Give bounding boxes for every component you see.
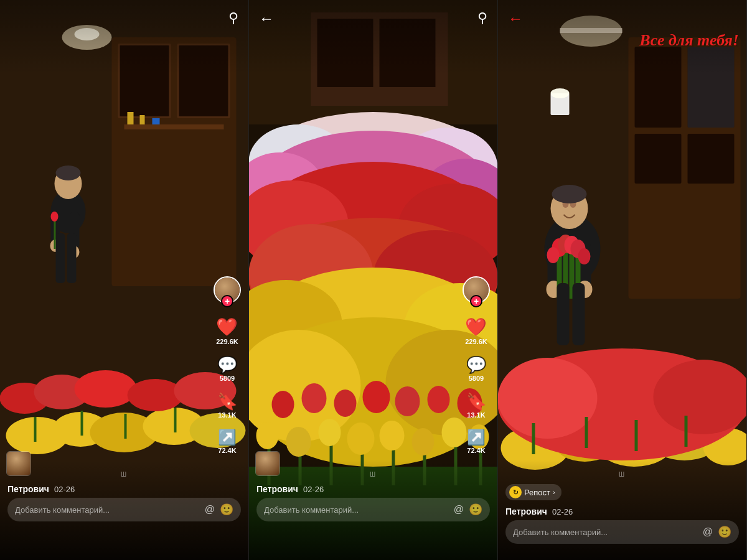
comment-input-2[interactable]: Добавить комментарий... @ 🙂 bbox=[256, 498, 490, 521]
thumbnail-strip-2[interactable] bbox=[255, 451, 280, 476]
bookmark-count-1: 13.1K bbox=[218, 411, 236, 419]
scroll-indicator-1: Ш bbox=[121, 471, 128, 478]
svg-point-70 bbox=[286, 427, 311, 457]
share-count-2: 72.4K bbox=[467, 447, 485, 454]
comment-input-1[interactable]: Добавить комментарий... @ 🙂 bbox=[7, 498, 241, 521]
bottom-bar-1: Петрович 02-26 Добавить комментарий... @… bbox=[0, 479, 248, 560]
comment-placeholder-2: Добавить комментарий... bbox=[264, 505, 449, 515]
svg-point-122 bbox=[498, 358, 598, 439]
repost-badge[interactable]: ↻ Репост › bbox=[505, 484, 561, 500]
svg-point-72 bbox=[347, 422, 375, 455]
date-3: 02-26 bbox=[552, 507, 573, 516]
svg-point-88 bbox=[551, 88, 570, 98]
username-row-2: Петрович 02-26 bbox=[256, 484, 490, 494]
svg-point-113 bbox=[578, 248, 591, 264]
repost-label: Репост bbox=[524, 488, 550, 497]
svg-rect-115 bbox=[573, 283, 585, 345]
top-gradient-2 bbox=[249, 0, 497, 75]
follow-plus-1[interactable]: + bbox=[221, 295, 233, 307]
svg-point-80 bbox=[363, 381, 390, 413]
at-icon-2[interactable]: @ bbox=[454, 504, 464, 515]
video-title-3: Все для тебя! bbox=[639, 31, 739, 50]
svg-point-14 bbox=[56, 166, 81, 180]
panel-3: Все для тебя! ← ↻ Репост › Петрович 02-2… bbox=[498, 0, 747, 560]
svg-rect-36 bbox=[174, 408, 177, 432]
like-count-1: 229.6K bbox=[216, 338, 238, 345]
creator-avatar-2[interactable]: + bbox=[463, 276, 490, 304]
share-count-1: 72.4K bbox=[218, 447, 236, 454]
emoji-icon-2[interactable]: 🙂 bbox=[469, 503, 482, 516]
repost-chevron: › bbox=[553, 488, 555, 496]
svg-point-99 bbox=[552, 185, 587, 203]
username-row-3: ↻ Репост › bbox=[505, 484, 739, 503]
panel-2: ← ⚲ + ❤️ 229.6K 💬 5809 🔖 13.1K ↗️ 72.4K bbox=[249, 0, 498, 560]
back-icon-3[interactable]: ← bbox=[508, 10, 523, 27]
svg-rect-114 bbox=[557, 283, 570, 345]
svg-point-81 bbox=[395, 386, 420, 416]
svg-rect-19 bbox=[56, 233, 65, 283]
bookmark-button-2[interactable]: 🔖 13.1K bbox=[466, 393, 486, 419]
svg-point-30 bbox=[75, 370, 137, 408]
share-button-1[interactable]: ↗️ 72.4K bbox=[218, 430, 237, 454]
comment-button-1[interactable]: 💬 5809 bbox=[217, 357, 237, 382]
at-icon-1[interactable]: @ bbox=[205, 504, 215, 515]
comment-count-1: 5809 bbox=[220, 375, 235, 382]
comment-placeholder-1: Добавить комментарий... bbox=[15, 505, 200, 515]
comment-count-2: 5809 bbox=[469, 375, 484, 382]
username-2: Петрович bbox=[256, 484, 298, 494]
bottom-bar-3: ↻ Репост › Петрович 02-26 Добавить комме… bbox=[498, 479, 746, 560]
username-1: Петрович bbox=[7, 484, 49, 494]
comment-button-2[interactable]: 💬 5809 bbox=[466, 357, 486, 382]
like-count-2: 229.6K bbox=[465, 338, 487, 345]
creator-avatar-1[interactable]: + bbox=[214, 276, 241, 304]
sidebar-icons-1: + ❤️ 229.6K 💬 5809 🔖 13.1K ↗️ 72.4K bbox=[214, 276, 241, 454]
svg-point-79 bbox=[334, 390, 357, 417]
svg-rect-9 bbox=[128, 112, 134, 124]
scroll-indicator-3: Ш bbox=[619, 471, 626, 478]
svg-rect-11 bbox=[153, 118, 160, 124]
back-icon-2[interactable]: ← bbox=[259, 10, 274, 27]
thumbnail-strip-1[interactable] bbox=[6, 451, 31, 476]
search-icon-2[interactable]: ⚲ bbox=[477, 10, 487, 26]
emoji-icon-1[interactable]: 🙂 bbox=[220, 503, 233, 516]
svg-point-73 bbox=[380, 421, 405, 450]
svg-rect-126 bbox=[635, 420, 638, 451]
bookmark-button-1[interactable]: 🔖 13.1K bbox=[217, 393, 237, 419]
svg-point-22 bbox=[51, 212, 59, 222]
svg-rect-21 bbox=[54, 218, 56, 249]
date-1: 02-26 bbox=[54, 485, 75, 494]
sidebar-icons-2: + ❤️ 229.6K 💬 5809 🔖 13.1K ↗️ 72.4K bbox=[463, 276, 490, 454]
svg-point-71 bbox=[319, 419, 341, 446]
svg-rect-10 bbox=[140, 115, 145, 124]
svg-point-82 bbox=[428, 386, 450, 413]
comment-placeholder-3: Добавить комментарий... bbox=[513, 528, 698, 537]
svg-point-69 bbox=[256, 422, 279, 449]
bottom-bar-2: Петрович 02-26 Добавить комментарий... @… bbox=[249, 479, 497, 560]
svg-point-77 bbox=[272, 391, 294, 418]
svg-point-78 bbox=[302, 383, 327, 413]
svg-rect-20 bbox=[67, 233, 77, 283]
search-icon[interactable]: ⚲ bbox=[228, 10, 238, 26]
username-row-1: Петрович 02-26 bbox=[7, 484, 241, 494]
at-icon-3[interactable]: @ bbox=[703, 526, 713, 538]
follow-plus-2[interactable]: + bbox=[470, 295, 482, 307]
svg-point-74 bbox=[412, 428, 435, 455]
creator-row-3: Петрович 02-26 bbox=[505, 506, 739, 516]
emoji-icon-3[interactable]: 🙂 bbox=[718, 525, 731, 539]
bookmark-count-2: 13.1K bbox=[467, 411, 485, 419]
svg-rect-124 bbox=[532, 423, 535, 454]
svg-rect-125 bbox=[585, 417, 588, 448]
svg-rect-127 bbox=[685, 416, 688, 447]
svg-rect-8 bbox=[125, 124, 224, 129]
like-button-1[interactable]: ❤️ 229.6K bbox=[216, 319, 238, 345]
share-button-2[interactable]: ↗️ 72.4K bbox=[467, 430, 486, 454]
comment-input-3[interactable]: Добавить комментарий... @ 🙂 bbox=[505, 520, 739, 544]
svg-rect-93 bbox=[688, 134, 735, 184]
panel-1: ⚲ + ❤️ 229.6K 💬 5809 🔖 13.1K ↗️ 72.4K bbox=[0, 0, 249, 560]
svg-point-112 bbox=[547, 247, 560, 263]
username-3: Петрович bbox=[505, 506, 547, 516]
svg-rect-34 bbox=[81, 411, 83, 436]
scroll-indicator-2: Ш bbox=[370, 471, 377, 478]
like-button-2[interactable]: ❤️ 229.6K bbox=[465, 319, 487, 345]
svg-rect-35 bbox=[125, 414, 127, 439]
